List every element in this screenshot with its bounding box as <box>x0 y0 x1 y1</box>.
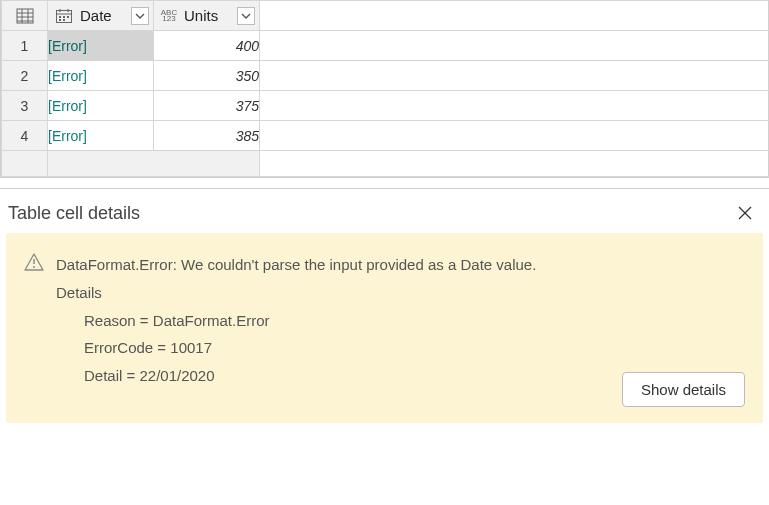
data-grid: Date ABC123 Units <box>0 0 769 178</box>
close-button[interactable] <box>731 199 759 227</box>
blank-cell <box>260 61 769 91</box>
column-label: Units <box>184 7 233 24</box>
error-text: DataFormat.Error: We couldn't parse the … <box>56 251 536 390</box>
table-row[interactable]: 1 [Error] 400 <box>2 31 769 61</box>
cell-date[interactable]: [Error] <box>48 31 154 61</box>
chevron-down-icon <box>135 13 145 19</box>
details-label: Details <box>56 279 536 307</box>
column-header-units[interactable]: ABC123 Units <box>154 1 260 31</box>
svg-rect-14 <box>63 19 65 21</box>
cell-units[interactable]: 350 <box>154 61 260 91</box>
blank-header <box>260 1 769 31</box>
abc123-icon: ABC123 <box>158 10 180 21</box>
filter-dropdown-button[interactable] <box>131 7 149 25</box>
panel-title: Table cell details <box>8 203 140 224</box>
row-number[interactable]: 1 <box>2 31 48 61</box>
cell-date[interactable]: [Error] <box>48 61 154 91</box>
table-row[interactable]: 3 [Error] 375 <box>2 91 769 121</box>
errorcode-line: ErrorCode = 10017 <box>56 334 536 362</box>
reason-line: Reason = DataFormat.Error <box>56 307 536 335</box>
svg-rect-11 <box>63 16 65 18</box>
column-header-date[interactable]: Date <box>48 1 154 31</box>
calendar-icon <box>52 8 76 24</box>
cell-date[interactable]: [Error] <box>48 121 154 151</box>
cell-units[interactable]: 375 <box>154 91 260 121</box>
table-cell-details-panel: Table cell details DataFormat.Error: We … <box>0 188 769 429</box>
header-row: Date ABC123 Units <box>2 1 769 31</box>
blank-cell <box>260 31 769 61</box>
filler-row <box>2 151 769 177</box>
cell-units[interactable]: 385 <box>154 121 260 151</box>
chevron-down-icon <box>241 13 251 19</box>
row-number[interactable]: 4 <box>2 121 48 151</box>
blank-cell <box>260 121 769 151</box>
svg-rect-12 <box>67 16 69 18</box>
column-label: Date <box>80 7 127 24</box>
row-number-header[interactable] <box>2 1 48 31</box>
svg-point-18 <box>33 266 35 268</box>
svg-rect-10 <box>59 16 61 18</box>
row-number[interactable]: 3 <box>2 91 48 121</box>
table-icon <box>13 8 37 24</box>
table-row[interactable]: 4 [Error] 385 <box>2 121 769 151</box>
filter-dropdown-button[interactable] <box>237 7 255 25</box>
blank-cell <box>260 91 769 121</box>
cell-date[interactable]: [Error] <box>48 91 154 121</box>
error-line: DataFormat.Error: We couldn't parse the … <box>56 251 536 279</box>
cell-units[interactable]: 400 <box>154 31 260 61</box>
table-row[interactable]: 2 [Error] 350 <box>2 61 769 91</box>
row-number[interactable]: 2 <box>2 61 48 91</box>
error-message-box: DataFormat.Error: We couldn't parse the … <box>6 233 763 423</box>
svg-rect-13 <box>59 19 61 21</box>
detail-line: Detail = 22/01/2020 <box>56 362 536 390</box>
warning-icon <box>24 253 44 274</box>
show-details-button[interactable]: Show details <box>622 372 745 407</box>
close-icon <box>738 206 752 220</box>
